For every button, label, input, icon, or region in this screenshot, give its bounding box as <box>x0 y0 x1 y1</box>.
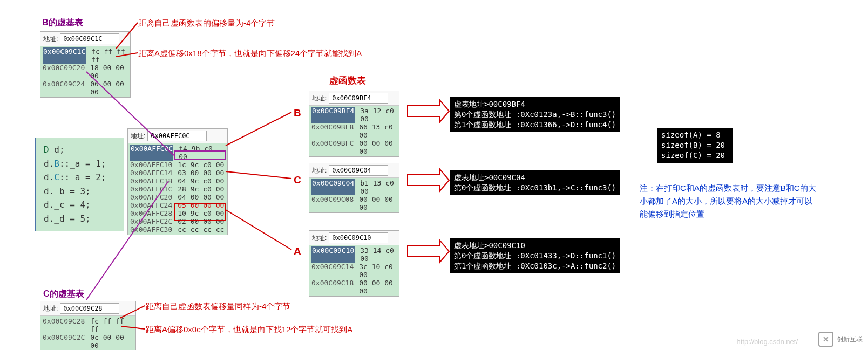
mem-addr: 0x00C09C1C <box>43 47 86 64</box>
code-token: C <box>54 172 59 182</box>
mem-addr: 0x00AFFC30 <box>130 225 172 234</box>
mem-bytes: 3c 10 c0 00 <box>359 263 397 279</box>
c-anno-2: 距离A偏移0x0c个字节，也就是向下找12个字节就可找到A <box>146 325 352 335</box>
vftable-title: 虚函数表 <box>329 74 366 87</box>
code-line: d._c = 4; <box>44 198 117 212</box>
mem-addr: 0x00AFFC14 <box>130 169 172 177</box>
addr-label: 地址: <box>312 234 327 243</box>
mem-bytes: 04 00 00 00 <box>178 193 224 201</box>
term-output-a: 虚表地址>00C09C10 第0个虚函数地址 :0Xc01433,->D::fu… <box>450 238 620 273</box>
mem-bytes: 3a 12 c0 00 <box>360 107 397 123</box>
watermark: http://blog.csdn.net/ <box>737 338 798 346</box>
mem-addr: 0x00C09C20 <box>43 64 85 80</box>
mem-bytes: b1 13 c0 00 <box>360 179 397 195</box>
letter-a: A <box>294 245 301 257</box>
mem-addr: 0x00C09BF8 <box>311 123 354 139</box>
c-anno-1: 距离自己虚函数表偏移量同样为-4个字节 <box>146 301 290 312</box>
code-line: d._b = 3; <box>44 184 117 198</box>
addr-input[interactable] <box>329 93 388 104</box>
mem-addr: 0x00AFFC0C <box>130 145 173 161</box>
mem-bytes: 04 9c c0 00 <box>178 177 224 185</box>
memview-vft-a: 地址: 0x00C09C1033 14 c0 00 0x00C09C143c 1… <box>309 230 399 297</box>
c-vbtable-title: C的虚基表 <box>43 289 84 300</box>
mem-addr: 0x00C09C14 <box>311 263 354 279</box>
code-line: d._d = 5; <box>44 212 117 226</box>
mem-addr: 0x00C09C28 <box>43 317 85 333</box>
term-output-b: 虚表地址>00C09BF4 第0个虚函数地址 :0Xc0123a,->B::fu… <box>450 97 620 132</box>
addr-label: 地址: <box>43 35 58 44</box>
logo-text: 创新互联 <box>837 335 863 344</box>
highlight-purple-box <box>174 150 226 160</box>
code-token: D <box>44 145 49 155</box>
code-token: d; <box>49 145 65 155</box>
mem-bytes: 00 00 00 00 <box>359 139 397 155</box>
term-output-c: 虚表地址>00C09C04 第0个虚函数地址 :0Xc013b1,->C::fu… <box>450 170 620 195</box>
mem-bytes: 28 9c c0 00 <box>178 185 224 193</box>
memview-c-vbtable: 地址: 0x00C09C28fc ff ff ff 0x00C09C2C0c 0… <box>40 301 136 350</box>
svg-line-7 <box>226 171 291 179</box>
mem-addr: 0x00C09C2C <box>43 333 85 349</box>
code-token: ::_a = 2; <box>59 172 106 182</box>
letter-b: B <box>294 107 301 119</box>
svg-line-8 <box>226 210 291 250</box>
mem-bytes: 00 00 00 00 <box>359 279 397 295</box>
mem-addr: 0x00AFFC24 <box>130 201 172 209</box>
addr-input[interactable] <box>60 303 119 314</box>
addr-label: 地址: <box>312 94 327 103</box>
mem-addr: 0x00C09BFC <box>311 139 354 155</box>
mem-bytes: 33 14 c0 00 <box>360 246 397 263</box>
note-blue: 注：在打印C和A的虚函数表时，要注意B和C的大小都加了A的大小，所以要将A的大小… <box>640 182 818 221</box>
code-token: d. <box>44 172 54 182</box>
code-box: D d; d.B::_a = 1; d.C::_a = 2; d._b = 3;… <box>35 138 124 231</box>
mem-addr: 0x00AFFC10 <box>130 161 172 169</box>
mem-bytes: 1c 9c c0 00 <box>178 161 224 169</box>
addr-label: 地址: <box>43 304 58 313</box>
mem-addr: 0x00AFFC28 <box>130 209 172 217</box>
addr-input[interactable] <box>329 232 388 243</box>
letter-c: C <box>294 174 301 186</box>
addr-input[interactable] <box>60 33 119 44</box>
code-token: ::_a = 1; <box>59 159 106 169</box>
mem-addr: 0x00C09BF4 <box>311 107 355 123</box>
mem-bytes: 03 00 00 00 <box>178 169 224 177</box>
highlight-red-box <box>174 203 226 221</box>
addr-label: 地址: <box>131 132 145 141</box>
memview-b-vbtable: 地址: 0x00C09C1Cfc ff ff ff 0x00C09C2018 0… <box>40 31 131 98</box>
mem-addr: 0x00AFFC18 <box>130 177 172 185</box>
mem-bytes: fc ff ff ff <box>90 317 133 333</box>
mem-bytes: 0c 00 00 00 <box>90 333 133 349</box>
mem-bytes: 00 00 00 00 <box>90 80 128 96</box>
mem-bytes: fc ff ff ff <box>91 47 128 64</box>
code-token: d. <box>44 159 54 169</box>
memview-vft-b: 地址: 0x00C09BF43a 12 c0 00 0x00C09BF866 1… <box>309 91 399 157</box>
mem-addr: 0x00C09C18 <box>311 279 354 295</box>
mem-bytes: cc cc cc cc <box>178 225 224 234</box>
b-anno-2: 距离A虚偏移0x18个字节，也就是向下偏移24个字节就能找到A <box>138 49 362 59</box>
svg-line-6 <box>226 112 291 146</box>
mem-addr: 0x00AFFC20 <box>130 193 172 201</box>
code-token: B <box>54 159 59 169</box>
mem-bytes: 00 00 00 00 <box>359 195 397 211</box>
memview-vft-c: 地址: 0x00C09C04b1 13 c0 00 0x00C09C0800 0… <box>309 163 399 213</box>
addr-label: 地址: <box>312 166 327 175</box>
logo-icon: ✕ <box>818 332 833 347</box>
mem-addr: 0x00AFFC1C <box>130 185 172 193</box>
addr-input[interactable] <box>329 165 388 176</box>
mem-bytes: 18 00 00 00 <box>90 64 128 80</box>
mem-addr: 0x00C09C10 <box>311 246 355 263</box>
mem-addr: 0x00C09C24 <box>43 80 85 96</box>
b-vbtable-title: B的虚基表 <box>42 17 83 29</box>
mem-addr: 0x00AFFC2C <box>130 217 172 225</box>
mem-addr: 0x00C09C04 <box>311 179 355 195</box>
mem-addr: 0x00C09C08 <box>311 195 354 211</box>
addr-input[interactable] <box>147 131 207 141</box>
logo: ✕ 创新互联 <box>818 332 863 347</box>
b-anno-1: 距离自己虚函数表的偏移量为-4个字节 <box>138 18 275 29</box>
mem-bytes: 66 13 c0 00 <box>359 123 397 139</box>
term-sizeof: sizeof(A) = 8 sizeof(B) = 20 sizeof(C) =… <box>657 128 733 163</box>
